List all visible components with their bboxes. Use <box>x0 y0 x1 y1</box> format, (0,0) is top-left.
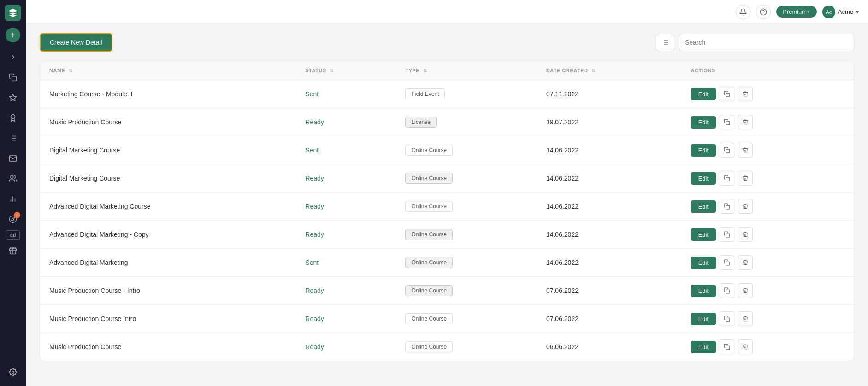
svg-point-2 <box>11 115 15 119</box>
delete-button[interactable] <box>738 227 753 242</box>
table-row: Music Production Course Ready Online Cou… <box>40 333 854 361</box>
cell-status[interactable]: Ready <box>296 193 396 221</box>
sidebar-item-copy[interactable] <box>4 68 22 87</box>
cell-actions: Edit <box>682 80 854 108</box>
create-new-detail-button[interactable]: Create New Detail <box>40 33 112 52</box>
cell-name: Music Production Course - Intro <box>40 277 296 305</box>
copy-button[interactable] <box>720 227 734 242</box>
help-icon[interactable] <box>756 5 771 19</box>
cell-type: Field Event <box>396 80 537 108</box>
avatar: Ac <box>822 6 835 18</box>
svg-rect-26 <box>726 93 730 97</box>
cell-status[interactable]: Ready <box>296 164 396 193</box>
delete-button[interactable] <box>738 283 753 298</box>
edit-button[interactable]: Edit <box>691 257 716 269</box>
copy-button[interactable] <box>720 311 734 326</box>
col-header-status[interactable]: STATUS ⇅ <box>296 61 396 80</box>
cell-status[interactable]: Ready <box>296 277 396 305</box>
col-header-name[interactable]: NAME ⇅ <box>40 61 296 80</box>
edit-button[interactable]: Edit <box>691 88 716 100</box>
copy-button[interactable] <box>720 87 734 101</box>
cell-type: Online Course <box>396 277 537 305</box>
edit-button[interactable]: Edit <box>691 228 716 241</box>
delete-button[interactable] <box>738 255 753 270</box>
col-header-date[interactable]: DATE CREATED ⇅ <box>537 61 682 80</box>
svg-rect-0 <box>12 76 17 81</box>
sidebar-item-badge[interactable] <box>4 109 22 127</box>
sidebar-item-compass[interactable]: 2 <box>4 210 22 228</box>
user-area[interactable]: Ac Acme ▾ <box>822 6 859 18</box>
cell-date: 14.06.2022 <box>537 193 682 221</box>
edit-button[interactable]: Edit <box>691 285 716 297</box>
delete-button[interactable] <box>738 339 753 354</box>
col-header-type[interactable]: TYPE ⇅ <box>396 61 537 80</box>
edit-button[interactable]: Edit <box>691 341 716 353</box>
cell-name: Advanced Digital Marketing - Copy <box>40 221 296 249</box>
copy-button[interactable] <box>720 255 734 270</box>
sidebar-item-gift[interactable] <box>4 241 22 260</box>
cell-date: 14.06.2022 <box>537 221 682 249</box>
svg-rect-31 <box>726 234 730 237</box>
cell-type: Online Course <box>396 249 537 277</box>
user-name: Acme <box>838 8 853 15</box>
cell-status[interactable]: Sent <box>296 136 396 164</box>
cell-status[interactable]: Sent <box>296 249 396 277</box>
edit-button[interactable]: Edit <box>691 144 716 157</box>
table-row: Music Production Course Ready License 19… <box>40 108 854 136</box>
search-input[interactable] <box>679 34 854 51</box>
copy-button[interactable] <box>720 171 734 186</box>
svg-rect-32 <box>726 262 730 265</box>
svg-rect-34 <box>726 318 730 322</box>
cell-date: 07.06.2022 <box>537 305 682 333</box>
cell-status[interactable]: Ready <box>296 333 396 361</box>
filter-button[interactable] <box>656 34 674 51</box>
sidebar-item-chart[interactable] <box>4 190 22 208</box>
edit-button[interactable]: Edit <box>691 116 716 129</box>
copy-button[interactable] <box>720 115 734 129</box>
cell-name: Digital Marketing Course <box>40 136 296 164</box>
content-area: Create New Detail NAME ⇅ STATUS ⇅ TYPE ⇅… <box>26 24 868 386</box>
delete-button[interactable] <box>738 171 753 186</box>
sidebar-item-ad[interactable]: ad <box>6 230 20 240</box>
topbar: Premium+ Ac Acme ▾ <box>26 0 868 24</box>
sidebar-item-mail[interactable] <box>4 149 22 168</box>
delete-button[interactable] <box>738 143 753 158</box>
cell-status[interactable]: Ready <box>296 305 396 333</box>
cell-actions: Edit <box>682 333 854 361</box>
svg-point-9 <box>11 175 13 178</box>
chevron-down-icon: ▾ <box>856 9 859 15</box>
delete-button[interactable] <box>738 199 753 214</box>
svg-rect-33 <box>726 290 730 293</box>
sidebar-item-list[interactable] <box>4 129 22 147</box>
sidebar-item-users[interactable] <box>4 170 22 188</box>
cell-date: 14.06.2022 <box>537 249 682 277</box>
sidebar-item-star[interactable] <box>4 88 22 107</box>
cell-status[interactable]: Ready <box>296 108 396 136</box>
cell-type: Online Course <box>396 164 537 193</box>
cell-status[interactable]: Ready <box>296 221 396 249</box>
sidebar-item-settings[interactable] <box>4 363 22 381</box>
sidebar-item-navigate[interactable] <box>4 48 22 66</box>
edit-button[interactable]: Edit <box>691 200 716 213</box>
edit-button[interactable]: Edit <box>691 172 716 185</box>
svg-rect-28 <box>726 149 730 153</box>
delete-button[interactable] <box>738 87 753 101</box>
delete-button[interactable] <box>738 115 753 129</box>
copy-button[interactable] <box>720 143 734 158</box>
delete-button[interactable] <box>738 311 753 326</box>
table-row: Marketing Course - Module II Sent Field … <box>40 80 854 108</box>
sidebar: + 2 ad <box>0 0 26 386</box>
cell-status[interactable]: Sent <box>296 80 396 108</box>
cell-type: Online Course <box>396 193 537 221</box>
table-row: Digital Marketing Course Ready Online Co… <box>40 164 854 193</box>
edit-button[interactable]: Edit <box>691 313 716 325</box>
copy-button[interactable] <box>720 339 734 354</box>
copy-button[interactable] <box>720 199 734 214</box>
notification-icon[interactable] <box>736 5 750 19</box>
cell-actions: Edit <box>682 305 854 333</box>
copy-button[interactable] <box>720 283 734 298</box>
cell-actions: Edit <box>682 249 854 277</box>
premium-button[interactable]: Premium+ <box>776 6 817 18</box>
add-button[interactable]: + <box>6 28 20 42</box>
cell-date: 19.07.2022 <box>537 108 682 136</box>
